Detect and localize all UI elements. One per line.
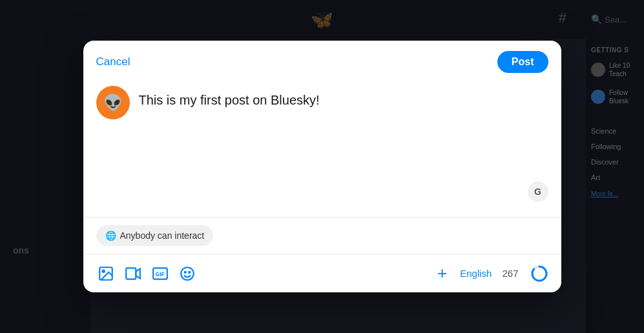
add-more-button[interactable]: + <box>435 262 450 285</box>
modal-body: 👽 This is my first post on Bluesky! G <box>83 81 561 217</box>
grammarly-g: G <box>534 187 541 197</box>
avatar-alien-icon: 👽 <box>103 94 123 112</box>
grammarly-icon: G <box>528 181 548 202</box>
add-image-button[interactable] <box>96 264 116 283</box>
add-emoji-button[interactable] <box>178 264 197 283</box>
add-video-button[interactable] <box>123 264 143 283</box>
image-icon <box>98 265 114 282</box>
svg-point-6 <box>184 271 185 272</box>
modal-toolbar: GIF + English 267 <box>83 254 561 292</box>
cancel-button[interactable]: Cancel <box>96 56 130 68</box>
avatar: 👽 <box>96 86 130 119</box>
svg-point-1 <box>102 270 104 272</box>
post-text: This is my first post on Bluesky! <box>139 93 320 107</box>
post-button[interactable]: Post <box>497 51 548 73</box>
add-gif-button[interactable]: GIF <box>151 264 170 283</box>
emoji-icon <box>179 265 196 282</box>
char-count: 267 <box>502 268 518 279</box>
video-icon <box>125 265 141 282</box>
globe-icon: 🌐 <box>105 230 116 241</box>
svg-point-5 <box>181 267 194 280</box>
modal-interactions: 🌐 Anybody can interact <box>83 217 561 254</box>
language-button[interactable]: English <box>457 267 494 280</box>
progress-fg-circle <box>532 267 546 281</box>
gif-icon: GIF <box>152 265 169 282</box>
interaction-settings-button[interactable]: 🌐 Anybody can interact <box>96 225 214 246</box>
svg-point-7 <box>189 271 190 272</box>
char-progress-circle <box>530 265 548 283</box>
post-text-area[interactable]: This is my first post on Bluesky! G <box>139 86 548 189</box>
compose-modal: Cancel Post 👽 This is my first post on B… <box>83 41 561 292</box>
svg-rect-2 <box>126 268 136 279</box>
modal-header: Cancel Post <box>83 41 561 81</box>
overlay: Cancel Post 👽 This is my first post on B… <box>0 0 644 333</box>
svg-text:GIF: GIF <box>155 271 164 278</box>
interaction-label: Anybody can interact <box>120 230 205 241</box>
